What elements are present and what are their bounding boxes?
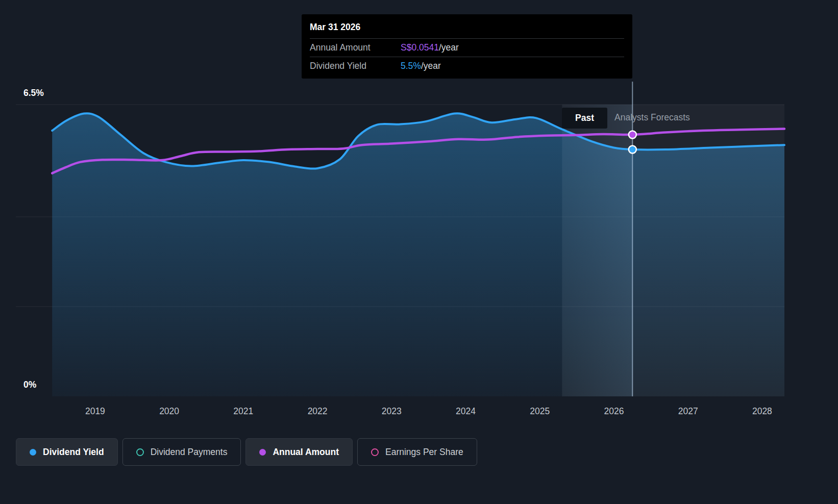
annual-amount-dot-icon <box>259 449 266 456</box>
earnings-per-share-ring-icon <box>371 448 379 456</box>
y-axis-max-label: 6.5% <box>23 88 44 98</box>
x-tick-label: 2026 <box>604 406 624 416</box>
tooltip-row-annual-amount: Annual Amount S$0.0541/year <box>310 39 624 57</box>
dividend-chart-page: 2019202020212022202320242025202620272028… <box>0 0 838 504</box>
tooltip-label: Dividend Yield <box>310 61 401 71</box>
x-tick-label: 2025 <box>530 406 550 416</box>
x-tick-label: 2027 <box>678 406 698 416</box>
x-tick-label: 2023 <box>382 406 402 416</box>
annual-amount-hover-marker <box>629 131 636 139</box>
x-tick-label: 2022 <box>308 406 328 416</box>
dividend-yield-hover-marker <box>629 146 636 154</box>
analysts-forecasts-region-label: Analysts Forecasts <box>614 112 690 123</box>
tooltip-label: Annual Amount <box>310 42 401 53</box>
tooltip-value: S$0.0541 <box>401 42 439 53</box>
tooltip-value-suffix: /year <box>421 61 441 71</box>
chart-tooltip: Mar 31 2026 Annual Amount S$0.0541/year … <box>302 14 632 79</box>
tooltip-value: 5.5% <box>401 61 421 71</box>
tooltip-date: Mar 31 2026 <box>310 14 624 39</box>
x-tick-label: 2020 <box>159 406 179 416</box>
tooltip-row-dividend-yield: Dividend Yield 5.5%/year <box>310 57 624 79</box>
past-region-label: Past <box>562 108 607 129</box>
legend-item-annual-amount[interactable]: Annual Amount <box>245 438 353 466</box>
legend-item-dividend-yield[interactable]: Dividend Yield <box>16 438 118 466</box>
legend-item-earnings-per-share[interactable]: Earnings Per Share <box>357 438 477 466</box>
x-axis-labels: 2019202020212022202320242025202620272028 <box>85 406 772 416</box>
legend-label: Earnings Per Share <box>385 447 463 458</box>
dividend-payments-ring-icon <box>136 448 144 456</box>
legend-item-dividend-payments[interactable]: Dividend Payments <box>122 438 241 466</box>
chart-legend: Dividend Yield Dividend Payments Annual … <box>16 438 477 466</box>
legend-label: Annual Amount <box>273 447 339 458</box>
dividend-yield-dot-icon <box>30 449 36 456</box>
x-tick-label: 2024 <box>456 406 476 416</box>
y-axis-min-label: 0% <box>23 380 36 390</box>
x-tick-label: 2019 <box>85 406 105 416</box>
legend-label: Dividend Yield <box>43 447 104 458</box>
legend-label: Dividend Payments <box>151 447 228 458</box>
tooltip-value-suffix: /year <box>439 42 459 53</box>
x-tick-label: 2028 <box>752 406 772 416</box>
x-tick-label: 2021 <box>233 406 253 416</box>
